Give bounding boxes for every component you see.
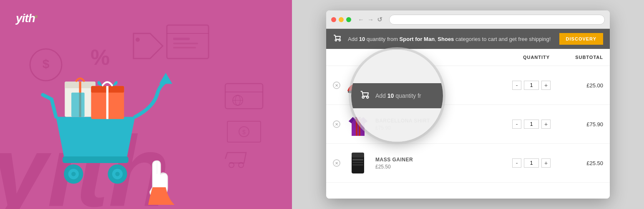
qty-plus-2[interactable]: +: [541, 120, 551, 129]
supplement-icon: [350, 150, 366, 176]
svg-point-25: [115, 172, 120, 176]
qty-input-3[interactable]: [524, 158, 539, 168]
msg-prefix: Add: [348, 36, 359, 42]
remove-item-2[interactable]: ✕: [333, 120, 340, 128]
svg-point-12: [235, 95, 240, 105]
refresh-button[interactable]: ↺: [377, 16, 382, 23]
svg-rect-41: [352, 159, 363, 161]
msg-cat2: Shoes: [438, 36, 454, 42]
mag-suffix: quantity fr: [394, 92, 421, 99]
mag-quantity: 10: [387, 92, 394, 99]
svg-point-17: [229, 163, 234, 168]
msg-middle: quantity from: [365, 36, 399, 42]
yith-logo: yithn: [16, 12, 37, 25]
browser-window: ← → ↺ Add 10 quantity from Sport for Man…: [326, 10, 610, 199]
msg-cat1: Sport for Man: [400, 36, 435, 42]
back-button[interactable]: ←: [358, 16, 364, 23]
remove-item-3[interactable]: ✕: [333, 159, 340, 167]
qty-minus-2[interactable]: -: [512, 120, 521, 129]
item-qty-2: - +: [506, 120, 556, 129]
svg-text:$: $: [242, 129, 246, 135]
mag-prefix: Add: [375, 92, 387, 99]
notification-bar: Add 10 quantity from Sport for Man, Shoe…: [326, 29, 610, 49]
svg-rect-42: [352, 162, 363, 163]
browser-dots: [331, 17, 351, 22]
url-bar[interactable]: [389, 15, 605, 25]
dot-red[interactable]: [331, 17, 336, 22]
svg-point-22: [71, 172, 76, 176]
msg-suffix: categories to cart and get free shipping…: [454, 36, 551, 42]
svg-marker-26: [159, 73, 173, 84]
svg-point-15: [239, 127, 249, 137]
logo-dot: n: [35, 14, 37, 19]
qty-plus-1[interactable]: +: [541, 81, 551, 90]
dot-yellow[interactable]: [339, 17, 344, 22]
qty-minus-3[interactable]: -: [512, 158, 521, 168]
item-price-3: £25.50: [375, 164, 501, 170]
svg-rect-33: [71, 93, 85, 117]
msg-quantity: 10: [359, 36, 365, 42]
magnifier-cart-icon: [360, 90, 371, 102]
dot-green[interactable]: [346, 17, 351, 22]
item-qty-3: - +: [506, 158, 556, 168]
cart-item-3: ✕ MASS GAINER £25.50: [326, 144, 610, 183]
notification-text: Add 10 quantity from Sport for Man, Shoe…: [348, 36, 554, 42]
browser-content: Add 10 quantity from Sport for Man, Shoe…: [326, 29, 610, 199]
item-name-3: MASS GAINER: [375, 157, 501, 163]
svg-point-18: [239, 163, 244, 168]
svg-rect-9: [225, 84, 263, 109]
qty-input-1[interactable]: [524, 81, 539, 90]
cart-illustration: [25, 38, 184, 205]
col-subtotal-header: SUBTOTAL: [561, 55, 603, 60]
browser-chrome: ← → ↺: [326, 10, 610, 29]
magnifier-content: Add 10 quantity fr: [351, 83, 443, 108]
item-image-3: [345, 150, 370, 176]
qty-input-2[interactable]: [524, 120, 539, 129]
discovery-button[interactable]: DISCOVERY: [559, 33, 603, 45]
right-panel: ← → ↺ Add 10 quantity from Sport for Man…: [292, 0, 644, 209]
qty-minus-1[interactable]: -: [512, 81, 521, 90]
svg-rect-14: [227, 121, 261, 142]
qty-plus-3[interactable]: +: [541, 158, 551, 168]
svg-rect-37: [356, 117, 357, 136]
svg-rect-19: [63, 156, 128, 163]
item-subtotal-1: £25.00: [561, 82, 603, 89]
item-subtotal-2: £75.90: [561, 121, 603, 127]
svg-rect-40: [352, 153, 364, 158]
main-wrapper: yithn yith $ %: [0, 0, 644, 209]
item-qty-1: - +: [506, 81, 556, 90]
svg-rect-43: [352, 164, 363, 166]
left-panel: yithn yith $ %: [0, 0, 292, 209]
remove-item-1[interactable]: ✕: [333, 82, 340, 89]
magnifier-overlay: Add 10 quantity fr: [351, 50, 443, 142]
logo-text: yith: [16, 12, 35, 25]
item-subtotal-3: £25.50: [561, 160, 603, 166]
cart-icon-small: [333, 34, 343, 44]
magnifier-text: Add 10 quantity fr: [375, 92, 421, 99]
item-info-3: MASS GAINER £25.50: [375, 157, 501, 170]
forward-button[interactable]: →: [367, 16, 374, 23]
svg-point-11: [233, 95, 243, 105]
col-quantity-header: QUANTITY: [511, 55, 561, 60]
browser-nav: ← → ↺: [358, 16, 382, 23]
